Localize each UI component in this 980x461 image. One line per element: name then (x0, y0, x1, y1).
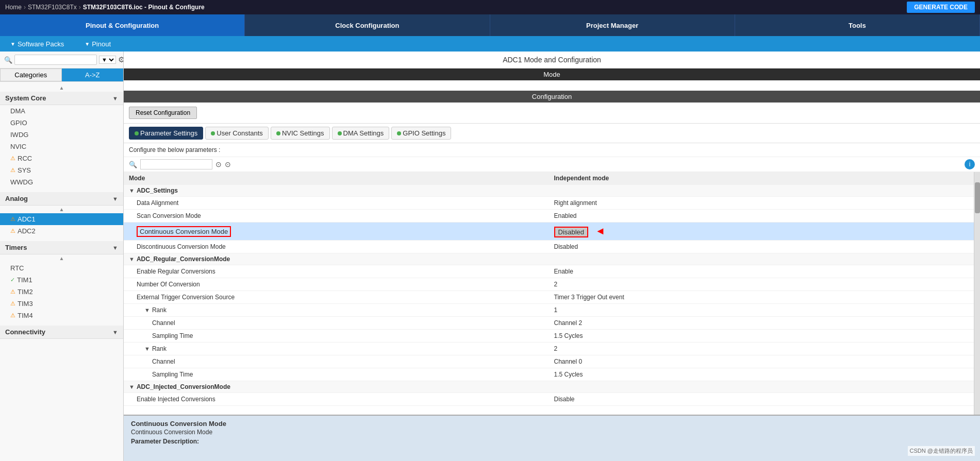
sidebar-item-rtc[interactable]: RTC (0, 262, 123, 274)
sidebar-item-wwdg[interactable]: WWDG (0, 176, 123, 188)
row-data-alignment[interactable]: Data Alignment Right alignment (124, 197, 974, 210)
sidebar-item-tim4[interactable]: ⚠TIM4 (0, 310, 123, 321)
collapse-injected-arrow: ▼ (129, 384, 135, 390)
param-settings-dot (135, 131, 139, 135)
scroll-up-timers[interactable]: ▲ (0, 254, 123, 262)
param-discont-conv-value: Disabled (549, 241, 974, 253)
row-enable-injected[interactable]: Enable Injected Conversions Disable (124, 393, 974, 406)
sidebar-item-adc2[interactable]: ⚠ADC2 (0, 225, 123, 237)
param-search-input[interactable] (140, 159, 212, 169)
collapse-regular-arrow: ▼ (129, 256, 135, 262)
breadcrumb-home[interactable]: Home (5, 4, 22, 11)
sidebar-item-tim2[interactable]: ⚠TIM2 (0, 286, 123, 298)
breadcrumb-chip1[interactable]: STM32F103C8Tx (28, 4, 77, 11)
row-scan-conversion-mode[interactable]: Scan Conversion Mode Enabled (124, 210, 974, 223)
param-channel1-value: Channel 2 (549, 317, 974, 330)
sidebar-item-rcc[interactable]: ⚠RCC (0, 152, 123, 164)
col-header-name: Mode (124, 172, 549, 185)
disabled-value-box[interactable]: Disabled (554, 227, 589, 237)
breadcrumb-sep1: › (24, 4, 26, 11)
param-sampling1-label: Sampling Time (124, 330, 549, 343)
sidebar-item-tim3[interactable]: ⚠TIM3 (0, 298, 123, 310)
connectivity-header[interactable]: Connectivity ▼ (0, 326, 123, 339)
main-nav: Pinout & Configuration Clock Configurati… (0, 14, 980, 36)
right-scrollbar[interactable] (974, 172, 980, 415)
breadcrumb-chip2: STM32F103C8T6.ioc - Pinout & Configure (83, 4, 205, 11)
system-core-header[interactable]: System Core ▼ (0, 92, 123, 105)
row-channel-2[interactable]: Channel Channel 0 (124, 355, 974, 368)
timers-header[interactable]: Timers ▼ (0, 241, 123, 254)
param-num-conv-value: 2 (549, 278, 974, 291)
tab-pinout-configuration[interactable]: Pinout & Configuration (0, 14, 245, 36)
search-input[interactable] (14, 55, 97, 65)
param-rank2-value: 2 (549, 343, 974, 355)
row-enable-regular-conversions[interactable]: Enable Regular Conversions Enable (124, 265, 974, 278)
tab-user-constants[interactable]: User Constants (205, 127, 269, 140)
tab-a-to-z[interactable]: A->Z (62, 69, 124, 81)
row-rank-2[interactable]: ▼Rank 2 (124, 343, 974, 355)
sidebar-item-gpio[interactable]: GPIO (0, 117, 123, 129)
param-channel1-label: Channel (124, 317, 549, 330)
row-continuous-conversion-mode[interactable]: Continuous Conversion Mode Disabled ◄ (124, 223, 974, 241)
search-dropdown[interactable]: ▼ (99, 56, 116, 64)
main-layout: 🔍 ▼ ⚙ Categories A->Z ▲ System Core ▼ DM… (0, 52, 980, 461)
mode-bar: Mode (124, 69, 980, 80)
row-number-of-conversion[interactable]: Number Of Conversion 2 (124, 278, 974, 291)
param-prev-button[interactable]: ⊙ (215, 160, 222, 168)
sidebar-item-iwdg[interactable]: IWDG (0, 129, 123, 141)
param-sampling2-value: 1.5 Cycles (549, 368, 974, 381)
bottom-panel: Continuous Conversion Mode Continuous Co… (124, 415, 980, 461)
subnav-software-packs[interactable]: Software Packs (10, 40, 64, 48)
row-rank-1[interactable]: ▼Rank 1 (124, 304, 974, 317)
param-rank1-value: 1 (549, 304, 974, 317)
watermark: CSDN @走错路的程序员 (908, 446, 975, 456)
dma-dot (338, 131, 342, 135)
tab-categories[interactable]: Categories (0, 69, 62, 81)
row-sampling-time-2[interactable]: Sampling Time 1.5 Cycles (124, 368, 974, 381)
param-enable-regular-value: Enable (549, 265, 974, 278)
section-adc-injected[interactable]: ▼ADC_Injected_ConversionMode (124, 381, 974, 393)
tab-project-manager[interactable]: Project Manager (490, 14, 735, 36)
scroll-up-analog[interactable]: ▲ (0, 206, 123, 213)
col-header-value: Independent mode (549, 172, 974, 185)
tab-tools[interactable]: Tools (735, 14, 980, 36)
subnav-pinout[interactable]: Pinout (85, 40, 111, 48)
param-next-button[interactable]: ⊙ (225, 160, 231, 168)
main-content: ADC1 Mode and Configuration Mode Configu… (124, 52, 980, 461)
connectivity-arrow: ▼ (112, 329, 118, 335)
gear-icon[interactable]: ⚙ (118, 55, 124, 64)
tab-parameter-settings[interactable]: Parameter Settings (129, 127, 203, 140)
info-button[interactable]: i (965, 159, 975, 169)
sidebar-item-adc1[interactable]: ⚠ADC1 (0, 213, 123, 225)
sidebar-item-dma[interactable]: DMA (0, 105, 123, 117)
section-adc-regular[interactable]: ▼ADC_Regular_ConversionMode (124, 253, 974, 265)
param-enable-injected-label: Enable Injected Conversions (124, 393, 549, 406)
row-channel-1[interactable]: Channel Channel 2 (124, 317, 974, 330)
param-rank1-label: ▼Rank (124, 304, 549, 317)
row-ext-trigger-source[interactable]: External Trigger Conversion Source Timer… (124, 291, 974, 304)
sidebar-item-sys[interactable]: ⚠SYS (0, 164, 123, 176)
tab-gpio-settings[interactable]: GPIO Settings (391, 127, 451, 140)
analog-header[interactable]: Analog ▼ (0, 192, 123, 206)
sidebar-item-nvic[interactable]: NVIC (0, 141, 123, 152)
param-tabs: Parameter Settings User Constants NVIC S… (124, 124, 980, 143)
tab-nvic-settings[interactable]: NVIC Settings (271, 127, 330, 140)
bottom-panel-title: Continuous Conversion Mode (131, 420, 973, 428)
generate-code-button[interactable]: GENERATE CODE (907, 2, 975, 13)
reset-btn-bar: Reset Configuration (124, 103, 980, 124)
scroll-up-system-core[interactable]: ▲ (0, 84, 123, 92)
section-adc-settings[interactable]: ▼ADC_Settings (124, 185, 974, 197)
param-rank2-label: ▼Rank (124, 343, 549, 355)
reset-configuration-button[interactable]: Reset Configuration (129, 107, 197, 119)
row-discontinuous-conversion-mode[interactable]: Discontinuous Conversion Mode Disabled (124, 241, 974, 253)
user-constants-dot (211, 131, 215, 135)
tab-dma-settings[interactable]: DMA Settings (332, 127, 390, 140)
param-cont-conv-value: Disabled ◄ (549, 223, 974, 241)
sidebar: 🔍 ▼ ⚙ Categories A->Z ▲ System Core ▼ DM… (0, 52, 124, 461)
param-scan-conv-value: Enabled (549, 210, 974, 223)
row-sampling-time-1[interactable]: Sampling Time 1.5 Cycles (124, 330, 974, 343)
scrollbar-thumb[interactable] (975, 182, 980, 213)
sidebar-item-tim1[interactable]: ✓TIM1 (0, 274, 123, 286)
sidebar-section-timers: Timers ▼ ▲ RTC ✓TIM1 ⚠TIM2 ⚠TIM3 ⚠TIM4 (0, 239, 123, 323)
tab-clock-configuration[interactable]: Clock Configuration (245, 14, 490, 36)
